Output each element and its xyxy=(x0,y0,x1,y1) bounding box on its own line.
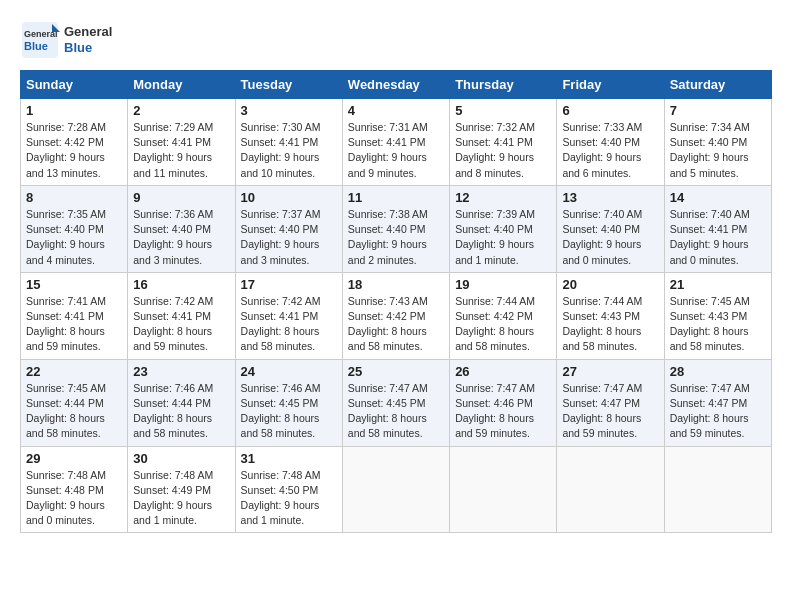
day-cell: 8Sunrise: 7:35 AM Sunset: 4:40 PM Daylig… xyxy=(21,185,128,272)
day-cell: 2Sunrise: 7:29 AM Sunset: 4:41 PM Daylig… xyxy=(128,99,235,186)
logo: General Blue General Blue xyxy=(20,20,112,60)
day-number: 9 xyxy=(133,190,229,205)
day-number: 7 xyxy=(670,103,766,118)
day-number: 15 xyxy=(26,277,122,292)
day-info: Sunrise: 7:47 AM Sunset: 4:46 PM Dayligh… xyxy=(455,381,551,442)
header-cell-monday: Monday xyxy=(128,71,235,99)
day-cell: 31Sunrise: 7:48 AM Sunset: 4:50 PM Dayli… xyxy=(235,446,342,533)
week-row-5: 29Sunrise: 7:48 AM Sunset: 4:48 PM Dayli… xyxy=(21,446,772,533)
day-info: Sunrise: 7:33 AM Sunset: 4:40 PM Dayligh… xyxy=(562,120,658,181)
day-info: Sunrise: 7:48 AM Sunset: 4:50 PM Dayligh… xyxy=(241,468,337,529)
day-cell: 28Sunrise: 7:47 AM Sunset: 4:47 PM Dayli… xyxy=(664,359,771,446)
header: General Blue General Blue xyxy=(20,20,772,60)
day-number: 29 xyxy=(26,451,122,466)
day-number: 28 xyxy=(670,364,766,379)
day-number: 14 xyxy=(670,190,766,205)
day-cell: 5Sunrise: 7:32 AM Sunset: 4:41 PM Daylig… xyxy=(450,99,557,186)
header-cell-thursday: Thursday xyxy=(450,71,557,99)
day-number: 4 xyxy=(348,103,444,118)
day-number: 22 xyxy=(26,364,122,379)
day-number: 10 xyxy=(241,190,337,205)
header-cell-sunday: Sunday xyxy=(21,71,128,99)
day-info: Sunrise: 7:41 AM Sunset: 4:41 PM Dayligh… xyxy=(26,294,122,355)
day-number: 31 xyxy=(241,451,337,466)
day-cell: 29Sunrise: 7:48 AM Sunset: 4:48 PM Dayli… xyxy=(21,446,128,533)
day-number: 6 xyxy=(562,103,658,118)
day-cell: 24Sunrise: 7:46 AM Sunset: 4:45 PM Dayli… xyxy=(235,359,342,446)
day-cell xyxy=(342,446,449,533)
day-info: Sunrise: 7:48 AM Sunset: 4:48 PM Dayligh… xyxy=(26,468,122,529)
day-info: Sunrise: 7:47 AM Sunset: 4:45 PM Dayligh… xyxy=(348,381,444,442)
day-cell: 23Sunrise: 7:46 AM Sunset: 4:44 PM Dayli… xyxy=(128,359,235,446)
header-cell-friday: Friday xyxy=(557,71,664,99)
day-number: 23 xyxy=(133,364,229,379)
week-row-2: 8Sunrise: 7:35 AM Sunset: 4:40 PM Daylig… xyxy=(21,185,772,272)
day-number: 12 xyxy=(455,190,551,205)
day-info: Sunrise: 7:38 AM Sunset: 4:40 PM Dayligh… xyxy=(348,207,444,268)
logo-name: General xyxy=(64,24,112,40)
day-info: Sunrise: 7:36 AM Sunset: 4:40 PM Dayligh… xyxy=(133,207,229,268)
day-cell xyxy=(664,446,771,533)
day-info: Sunrise: 7:40 AM Sunset: 4:41 PM Dayligh… xyxy=(670,207,766,268)
day-info: Sunrise: 7:28 AM Sunset: 4:42 PM Dayligh… xyxy=(26,120,122,181)
day-number: 3 xyxy=(241,103,337,118)
header-row: SundayMondayTuesdayWednesdayThursdayFrid… xyxy=(21,71,772,99)
day-number: 8 xyxy=(26,190,122,205)
day-number: 2 xyxy=(133,103,229,118)
day-cell xyxy=(557,446,664,533)
day-number: 18 xyxy=(348,277,444,292)
day-info: Sunrise: 7:40 AM Sunset: 4:40 PM Dayligh… xyxy=(562,207,658,268)
header-cell-wednesday: Wednesday xyxy=(342,71,449,99)
day-info: Sunrise: 7:47 AM Sunset: 4:47 PM Dayligh… xyxy=(562,381,658,442)
day-cell: 20Sunrise: 7:44 AM Sunset: 4:43 PM Dayli… xyxy=(557,272,664,359)
day-cell: 6Sunrise: 7:33 AM Sunset: 4:40 PM Daylig… xyxy=(557,99,664,186)
day-info: Sunrise: 7:47 AM Sunset: 4:47 PM Dayligh… xyxy=(670,381,766,442)
day-info: Sunrise: 7:39 AM Sunset: 4:40 PM Dayligh… xyxy=(455,207,551,268)
day-cell: 30Sunrise: 7:48 AM Sunset: 4:49 PM Dayli… xyxy=(128,446,235,533)
day-cell: 10Sunrise: 7:37 AM Sunset: 4:40 PM Dayli… xyxy=(235,185,342,272)
day-number: 27 xyxy=(562,364,658,379)
day-cell: 27Sunrise: 7:47 AM Sunset: 4:47 PM Dayli… xyxy=(557,359,664,446)
day-number: 19 xyxy=(455,277,551,292)
day-info: Sunrise: 7:42 AM Sunset: 4:41 PM Dayligh… xyxy=(241,294,337,355)
header-cell-saturday: Saturday xyxy=(664,71,771,99)
day-info: Sunrise: 7:37 AM Sunset: 4:40 PM Dayligh… xyxy=(241,207,337,268)
day-info: Sunrise: 7:46 AM Sunset: 4:45 PM Dayligh… xyxy=(241,381,337,442)
calendar-table: SundayMondayTuesdayWednesdayThursdayFrid… xyxy=(20,70,772,533)
day-cell: 25Sunrise: 7:47 AM Sunset: 4:45 PM Dayli… xyxy=(342,359,449,446)
day-number: 24 xyxy=(241,364,337,379)
day-info: Sunrise: 7:30 AM Sunset: 4:41 PM Dayligh… xyxy=(241,120,337,181)
day-cell: 18Sunrise: 7:43 AM Sunset: 4:42 PM Dayli… xyxy=(342,272,449,359)
day-number: 11 xyxy=(348,190,444,205)
day-number: 20 xyxy=(562,277,658,292)
logo-svg: General Blue xyxy=(20,20,60,60)
day-info: Sunrise: 7:46 AM Sunset: 4:44 PM Dayligh… xyxy=(133,381,229,442)
day-cell: 26Sunrise: 7:47 AM Sunset: 4:46 PM Dayli… xyxy=(450,359,557,446)
day-info: Sunrise: 7:48 AM Sunset: 4:49 PM Dayligh… xyxy=(133,468,229,529)
day-info: Sunrise: 7:34 AM Sunset: 4:40 PM Dayligh… xyxy=(670,120,766,181)
day-number: 1 xyxy=(26,103,122,118)
day-info: Sunrise: 7:42 AM Sunset: 4:41 PM Dayligh… xyxy=(133,294,229,355)
day-info: Sunrise: 7:35 AM Sunset: 4:40 PM Dayligh… xyxy=(26,207,122,268)
day-info: Sunrise: 7:44 AM Sunset: 4:43 PM Dayligh… xyxy=(562,294,658,355)
day-cell: 3Sunrise: 7:30 AM Sunset: 4:41 PM Daylig… xyxy=(235,99,342,186)
day-number: 16 xyxy=(133,277,229,292)
day-cell: 11Sunrise: 7:38 AM Sunset: 4:40 PM Dayli… xyxy=(342,185,449,272)
week-row-4: 22Sunrise: 7:45 AM Sunset: 4:44 PM Dayli… xyxy=(21,359,772,446)
day-info: Sunrise: 7:45 AM Sunset: 4:44 PM Dayligh… xyxy=(26,381,122,442)
day-number: 13 xyxy=(562,190,658,205)
day-number: 5 xyxy=(455,103,551,118)
day-cell: 13Sunrise: 7:40 AM Sunset: 4:40 PM Dayli… xyxy=(557,185,664,272)
day-cell: 14Sunrise: 7:40 AM Sunset: 4:41 PM Dayli… xyxy=(664,185,771,272)
day-cell: 1Sunrise: 7:28 AM Sunset: 4:42 PM Daylig… xyxy=(21,99,128,186)
day-cell: 15Sunrise: 7:41 AM Sunset: 4:41 PM Dayli… xyxy=(21,272,128,359)
day-info: Sunrise: 7:32 AM Sunset: 4:41 PM Dayligh… xyxy=(455,120,551,181)
day-number: 17 xyxy=(241,277,337,292)
day-number: 25 xyxy=(348,364,444,379)
day-cell: 7Sunrise: 7:34 AM Sunset: 4:40 PM Daylig… xyxy=(664,99,771,186)
svg-text:Blue: Blue xyxy=(24,40,48,52)
day-number: 26 xyxy=(455,364,551,379)
day-info: Sunrise: 7:29 AM Sunset: 4:41 PM Dayligh… xyxy=(133,120,229,181)
header-cell-tuesday: Tuesday xyxy=(235,71,342,99)
week-row-3: 15Sunrise: 7:41 AM Sunset: 4:41 PM Dayli… xyxy=(21,272,772,359)
